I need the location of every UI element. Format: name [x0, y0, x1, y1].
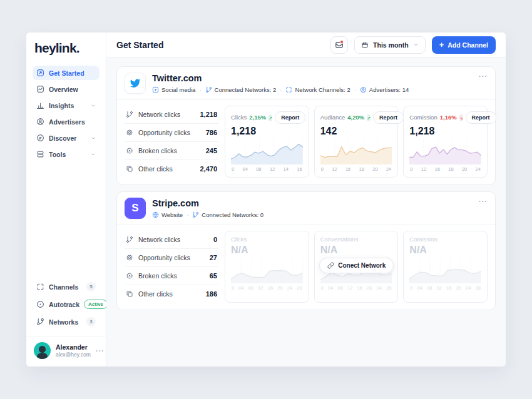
sparkline-chart: [231, 257, 303, 283]
stat-label: Other clicks: [138, 165, 173, 173]
channels-icon: [36, 283, 44, 291]
sidebar-bottom-nav: Channels 5 Autotrack Active Networks 3: [33, 279, 100, 330]
add-channel-label: Add Channel: [448, 41, 488, 49]
chevron-down-icon: [91, 136, 96, 141]
sidebar-item-discover[interactable]: Discover: [33, 131, 100, 145]
meta-label: Advertisers: 14: [369, 86, 409, 93]
tick-label: 20: [277, 285, 282, 291]
tick-label: 12: [437, 285, 442, 291]
page-title: Get Started: [116, 40, 163, 50]
stat-network-clicks: Network clicks 0: [125, 231, 218, 249]
card-title-block: Twitter.com Social media ·: [152, 73, 409, 93]
chart-percent: 4,20%: [347, 114, 364, 121]
opportunity-clicks-icon: [126, 129, 133, 136]
tick-label: 20: [456, 285, 461, 291]
stat-opportunity-clicks: Opportunity clicks 786: [125, 124, 218, 142]
stat-value: 1,218: [200, 111, 217, 118]
chart-label: Audiance: [320, 114, 345, 121]
sidebar-item-autotrack[interactable]: Autotrack Active: [33, 296, 100, 312]
chart-header: Clicks 2,15% ↗ Report: [231, 111, 303, 124]
report-button[interactable]: Report: [275, 111, 305, 124]
tick-label: 08: [248, 285, 253, 291]
network-clicks-icon: [126, 111, 133, 118]
chevron-down-icon: [91, 103, 96, 108]
tick-label: 08: [338, 285, 343, 291]
stat-label: Broken clicks: [138, 272, 177, 280]
sidebar-item-label: Overview: [49, 86, 78, 93]
tick-label: 16: [268, 285, 273, 291]
channel-meta: Website · Connected Networks: 0: [152, 211, 263, 218]
user-menu[interactable]: Alexander alex@hey.com ···: [26, 336, 106, 366]
tick-label: 08: [256, 166, 261, 172]
discover-icon: [36, 134, 44, 142]
tick-label: 28: [386, 285, 391, 291]
networks-count-badge: 3: [86, 317, 96, 326]
stat-label: Opportunity clicks: [138, 254, 190, 261]
card-more-icon[interactable]: ···: [479, 198, 488, 205]
meta-label: Connected Networks: 0: [202, 211, 263, 218]
stat-value: 786: [206, 129, 217, 136]
chart-value: N/A: [409, 245, 481, 256]
sidebar-item-networks[interactable]: Networks 3: [33, 314, 100, 330]
chart-header: Audiance 4,20% ↗ Report: [320, 111, 392, 124]
tick-label: 08: [427, 285, 432, 291]
network-clicks-icon: [126, 236, 133, 243]
sparkline-chart: [409, 257, 481, 283]
dot-separator: ·: [199, 86, 201, 93]
sidebar-item-overview[interactable]: Overview: [33, 82, 100, 96]
autotrack-active-badge: Active: [84, 300, 108, 309]
twitter-logo-icon: [125, 73, 146, 94]
tick-label: 12: [421, 166, 426, 172]
chart-comission: Comission 1,16% ↘ Report 1,218 012161820…: [403, 106, 488, 178]
sidebar: heylink. Get Started Overview Insights: [26, 33, 106, 366]
tick-label: 28: [297, 285, 302, 291]
sidebar-item-tools[interactable]: Tools: [33, 147, 100, 161]
sparkline-chart: [320, 138, 392, 164]
twitter-bird-icon: [130, 78, 141, 89]
sidebar-item-label: Autotrack: [49, 301, 79, 308]
opportunity-clicks-icon: [126, 254, 133, 261]
user-more-icon[interactable]: ···: [96, 347, 105, 355]
connected-networks-icon: [205, 86, 212, 93]
dot-separator: ·: [354, 86, 356, 93]
tick-label: 0: [410, 285, 412, 291]
report-button[interactable]: Report: [373, 111, 404, 124]
tick-label: 0: [232, 166, 234, 172]
chart-header: Comission: [409, 236, 481, 243]
tick-label: 0: [410, 166, 412, 172]
chart-label: Conversations: [320, 236, 359, 243]
app-window: heylink. Get Started Overview Insights: [26, 33, 506, 366]
card-header: S Stripe.com Website ·: [117, 192, 495, 225]
card-more-icon[interactable]: ···: [479, 73, 488, 80]
meta-label: Website: [161, 211, 183, 218]
advertisers-icon: [360, 86, 367, 93]
stat-label: Other clicks: [138, 290, 173, 298]
tick-label: 24: [377, 285, 382, 291]
sidebar-item-advertisers[interactable]: Advertisers: [33, 114, 100, 129]
brand-logo: heylink.: [33, 41, 100, 66]
sidebar-item-insights[interactable]: Insights: [33, 98, 100, 113]
other-clicks-icon: [126, 165, 133, 173]
plus-icon: +: [439, 41, 444, 49]
period-select[interactable]: This month: [354, 36, 426, 54]
channel-title: Twitter.com: [152, 73, 409, 84]
sidebar-item-channels[interactable]: Channels 5: [33, 279, 100, 295]
tools-icon: [36, 150, 44, 158]
inbox-button[interactable]: [330, 36, 348, 54]
meta-network-channels: Network Channels: 2: [285, 86, 350, 93]
add-channel-button[interactable]: + Add Channel: [432, 36, 496, 54]
tick-label: 16: [435, 166, 440, 172]
tick-label: 28: [476, 285, 481, 291]
chart-audiance: Audiance 4,20% ↗ Report 142 01216182024: [314, 106, 399, 178]
sidebar-item-get-started[interactable]: Get Started: [33, 66, 100, 80]
tick-label: 12: [347, 285, 352, 291]
chart-comission-na: Comission N/A 004081216202428: [403, 231, 488, 303]
globe-icon: [152, 211, 159, 218]
sidebar-item-label: Get Started: [49, 69, 84, 77]
network-channels-icon: [285, 86, 292, 93]
report-button[interactable]: Report: [466, 111, 496, 124]
tick-label: 24: [287, 285, 292, 291]
tick-label: 04: [328, 285, 333, 291]
tick-label: 04: [417, 285, 422, 291]
connect-network-button[interactable]: Conect Network: [319, 258, 394, 273]
